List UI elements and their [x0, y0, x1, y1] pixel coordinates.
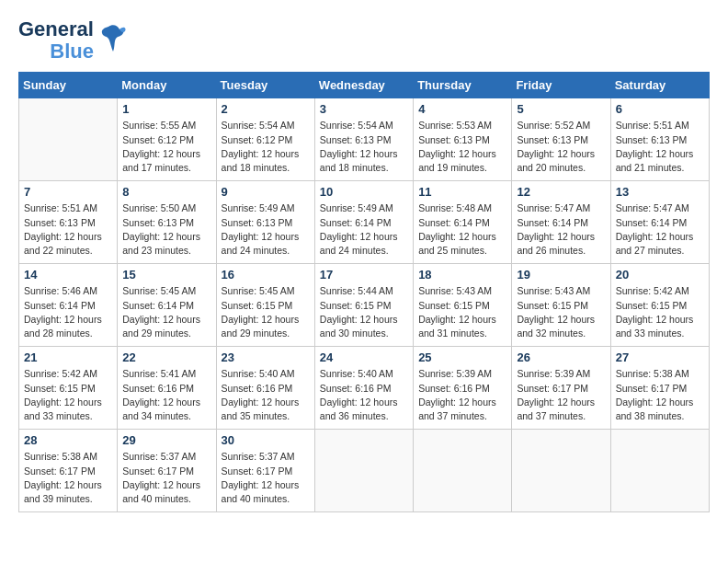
logo-text-general: General	[18, 18, 94, 40]
calendar-cell: 9Sunrise: 5:49 AMSunset: 6:13 PMDaylight…	[216, 181, 314, 264]
calendar-cell: 13Sunrise: 5:47 AMSunset: 6:14 PMDayligh…	[610, 181, 709, 264]
col-header-tuesday: Tuesday	[216, 73, 314, 98]
day-info: Sunrise: 5:53 AMSunset: 6:13 PMDaylight:…	[418, 119, 506, 175]
col-header-friday: Friday	[512, 73, 610, 98]
calendar-cell: 29Sunrise: 5:37 AMSunset: 6:17 PMDayligh…	[118, 430, 216, 512]
calendar-cell: 17Sunrise: 5:44 AMSunset: 6:15 PMDayligh…	[314, 264, 413, 347]
day-info: Sunrise: 5:37 AMSunset: 6:17 PMDaylight:…	[122, 450, 210, 506]
day-info: Sunrise: 5:37 AMSunset: 6:17 PMDaylight:…	[222, 450, 310, 506]
calendar-cell: 3Sunrise: 5:54 AMSunset: 6:13 PMDaylight…	[314, 98, 413, 181]
day-info: Sunrise: 5:42 AMSunset: 6:15 PMDaylight:…	[616, 284, 704, 340]
day-info: Sunrise: 5:38 AMSunset: 6:17 PMDaylight:…	[616, 367, 704, 423]
calendar-cell	[314, 430, 413, 512]
day-number: 26	[517, 350, 605, 364]
day-info: Sunrise: 5:54 AMSunset: 6:13 PMDaylight:…	[320, 119, 408, 175]
day-info: Sunrise: 5:41 AMSunset: 6:16 PMDaylight:…	[122, 367, 210, 423]
calendar-week-row: 21Sunrise: 5:42 AMSunset: 6:15 PMDayligh…	[19, 347, 710, 430]
day-info: Sunrise: 5:43 AMSunset: 6:15 PMDaylight:…	[517, 284, 605, 340]
calendar-week-row: 7Sunrise: 5:51 AMSunset: 6:13 PMDaylight…	[19, 181, 710, 264]
day-number: 17	[320, 268, 408, 282]
day-number: 2	[222, 102, 310, 116]
calendar-cell: 8Sunrise: 5:50 AMSunset: 6:13 PMDaylight…	[118, 181, 216, 264]
day-info: Sunrise: 5:42 AMSunset: 6:15 PMDaylight:…	[24, 367, 112, 423]
calendar-cell: 16Sunrise: 5:45 AMSunset: 6:15 PMDayligh…	[216, 264, 314, 347]
day-number: 3	[320, 102, 408, 116]
calendar-cell	[512, 430, 610, 512]
day-info: Sunrise: 5:39 AMSunset: 6:17 PMDaylight:…	[517, 367, 605, 423]
calendar-week-row: 28Sunrise: 5:38 AMSunset: 6:17 PMDayligh…	[19, 430, 710, 512]
day-info: Sunrise: 5:44 AMSunset: 6:15 PMDaylight:…	[320, 284, 408, 340]
calendar-cell: 7Sunrise: 5:51 AMSunset: 6:13 PMDaylight…	[19, 181, 118, 264]
day-number: 18	[418, 268, 506, 282]
calendar-cell: 23Sunrise: 5:40 AMSunset: 6:16 PMDayligh…	[216, 347, 314, 430]
day-info: Sunrise: 5:40 AMSunset: 6:16 PMDaylight:…	[222, 367, 310, 423]
day-info: Sunrise: 5:52 AMSunset: 6:13 PMDaylight:…	[517, 119, 605, 175]
calendar-cell: 22Sunrise: 5:41 AMSunset: 6:16 PMDayligh…	[118, 347, 216, 430]
day-number: 6	[616, 102, 704, 116]
calendar-cell: 27Sunrise: 5:38 AMSunset: 6:17 PMDayligh…	[610, 347, 709, 430]
day-info: Sunrise: 5:40 AMSunset: 6:16 PMDaylight:…	[320, 367, 408, 423]
calendar-cell: 18Sunrise: 5:43 AMSunset: 6:15 PMDayligh…	[414, 264, 512, 347]
calendar-cell	[610, 430, 709, 512]
logo-text-blue: Blue	[50, 40, 94, 63]
calendar-cell: 4Sunrise: 5:53 AMSunset: 6:13 PMDaylight…	[414, 98, 512, 181]
day-number: 20	[616, 268, 704, 282]
day-info: Sunrise: 5:46 AMSunset: 6:14 PMDaylight:…	[24, 284, 112, 340]
calendar-cell: 10Sunrise: 5:49 AMSunset: 6:14 PMDayligh…	[314, 181, 413, 264]
day-number: 16	[222, 268, 310, 282]
calendar-cell: 24Sunrise: 5:40 AMSunset: 6:16 PMDayligh…	[314, 347, 413, 430]
day-number: 12	[517, 185, 605, 199]
day-info: Sunrise: 5:55 AMSunset: 6:12 PMDaylight:…	[122, 119, 210, 175]
day-info: Sunrise: 5:50 AMSunset: 6:13 PMDaylight:…	[122, 201, 210, 258]
day-info: Sunrise: 5:38 AMSunset: 6:17 PMDaylight:…	[24, 450, 112, 506]
day-number: 1	[122, 102, 210, 116]
day-number: 27	[616, 350, 704, 364]
col-header-sunday: Sunday	[19, 73, 118, 98]
calendar-header-row: SundayMondayTuesdayWednesdayThursdayFrid…	[19, 73, 710, 98]
day-number: 4	[418, 102, 506, 116]
day-number: 13	[616, 185, 704, 199]
calendar-table: SundayMondayTuesdayWednesdayThursdayFrid…	[18, 72, 710, 512]
calendar-cell: 5Sunrise: 5:52 AMSunset: 6:13 PMDaylight…	[512, 98, 610, 181]
day-number: 14	[24, 268, 112, 282]
day-number: 30	[222, 433, 310, 447]
day-info: Sunrise: 5:51 AMSunset: 6:13 PMDaylight:…	[24, 201, 112, 258]
day-number: 29	[122, 433, 210, 447]
calendar-cell	[414, 430, 512, 512]
day-number: 25	[418, 350, 506, 364]
calendar-cell: 25Sunrise: 5:39 AMSunset: 6:16 PMDayligh…	[414, 347, 512, 430]
day-number: 7	[24, 185, 112, 199]
logo-bird-icon	[99, 22, 127, 59]
day-number: 11	[418, 185, 506, 199]
day-number: 28	[24, 433, 112, 447]
day-info: Sunrise: 5:45 AMSunset: 6:15 PMDaylight:…	[222, 284, 310, 340]
day-number: 10	[320, 185, 408, 199]
calendar-cell: 30Sunrise: 5:37 AMSunset: 6:17 PMDayligh…	[216, 430, 314, 512]
day-info: Sunrise: 5:49 AMSunset: 6:14 PMDaylight:…	[320, 201, 408, 258]
day-info: Sunrise: 5:49 AMSunset: 6:13 PMDaylight:…	[222, 201, 310, 258]
day-number: 23	[222, 350, 310, 364]
calendar-cell: 2Sunrise: 5:54 AMSunset: 6:12 PMDaylight…	[216, 98, 314, 181]
logo: General Blue	[18, 18, 127, 63]
day-info: Sunrise: 5:47 AMSunset: 6:14 PMDaylight:…	[616, 201, 704, 258]
calendar-cell	[19, 98, 118, 181]
day-number: 8	[122, 185, 210, 199]
day-info: Sunrise: 5:43 AMSunset: 6:15 PMDaylight:…	[418, 284, 506, 340]
day-number: 24	[320, 350, 408, 364]
calendar-cell: 28Sunrise: 5:38 AMSunset: 6:17 PMDayligh…	[19, 430, 118, 512]
calendar-cell: 15Sunrise: 5:45 AMSunset: 6:14 PMDayligh…	[118, 264, 216, 347]
day-number: 22	[122, 350, 210, 364]
calendar-cell: 1Sunrise: 5:55 AMSunset: 6:12 PMDaylight…	[118, 98, 216, 181]
calendar-cell: 21Sunrise: 5:42 AMSunset: 6:15 PMDayligh…	[19, 347, 118, 430]
calendar-week-row: 1Sunrise: 5:55 AMSunset: 6:12 PMDaylight…	[19, 98, 710, 181]
day-number: 5	[517, 102, 605, 116]
page-header: General Blue	[18, 18, 710, 63]
day-info: Sunrise: 5:48 AMSunset: 6:14 PMDaylight:…	[418, 201, 506, 258]
day-number: 19	[517, 268, 605, 282]
col-header-saturday: Saturday	[610, 73, 709, 98]
day-number: 21	[24, 350, 112, 364]
calendar-cell: 11Sunrise: 5:48 AMSunset: 6:14 PMDayligh…	[414, 181, 512, 264]
calendar-cell: 12Sunrise: 5:47 AMSunset: 6:14 PMDayligh…	[512, 181, 610, 264]
col-header-thursday: Thursday	[414, 73, 512, 98]
day-info: Sunrise: 5:45 AMSunset: 6:14 PMDaylight:…	[122, 284, 210, 340]
